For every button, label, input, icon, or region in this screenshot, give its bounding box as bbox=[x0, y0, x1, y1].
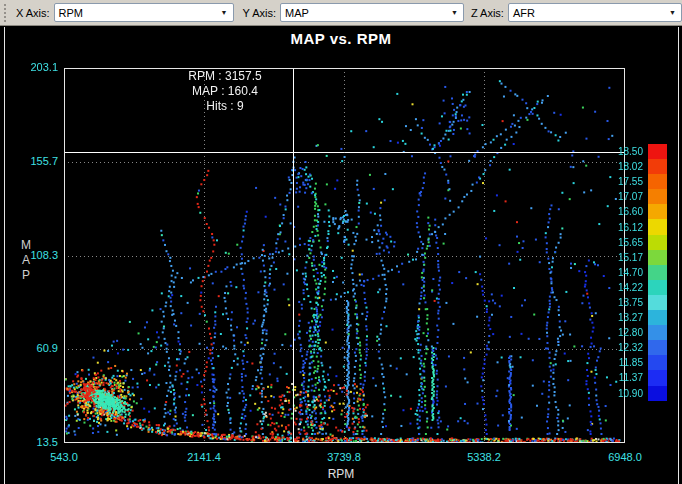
app-window: X Axis: RPM ▼ Y Axis: MAP ▼ Z Axis: AFR … bbox=[0, 0, 682, 484]
colorbar-swatch bbox=[648, 189, 667, 204]
colorbar-swatch bbox=[648, 265, 667, 280]
colorbar-label: 15.17 bbox=[601, 252, 648, 263]
y-tick-label: 60.9 bbox=[0, 342, 58, 354]
colorbar-swatch bbox=[648, 174, 667, 189]
colorbar-label: 10.90 bbox=[601, 388, 648, 399]
colorbar-row: 16.60 bbox=[601, 204, 667, 219]
colorbar-label: 17.07 bbox=[601, 191, 648, 202]
colorbar-swatch bbox=[648, 310, 667, 325]
colorbar-swatch bbox=[648, 325, 667, 340]
colorbar-swatch bbox=[648, 235, 667, 250]
x-axis-title: RPM bbox=[0, 467, 682, 481]
colorbar-swatch bbox=[648, 219, 667, 234]
y-axis-title: MAP bbox=[18, 238, 34, 283]
colorbar-label: 11.37 bbox=[601, 372, 648, 383]
colorbar-swatch bbox=[648, 340, 667, 355]
colorbar-swatch bbox=[648, 355, 667, 370]
x-tick-label: 543.0 bbox=[19, 451, 109, 463]
colorbar-label: 12.32 bbox=[601, 342, 648, 353]
colorbar-label: 17.55 bbox=[601, 176, 648, 187]
colorbar-label: 18.02 bbox=[601, 161, 648, 172]
colorbar-swatch bbox=[648, 386, 667, 401]
colorbar: 18.5018.0217.5517.0716.6016.1215.6515.17… bbox=[601, 144, 667, 401]
chevron-down-icon: ▼ bbox=[669, 9, 681, 16]
x-tick-label: 6948.0 bbox=[580, 451, 670, 463]
z-axis-value: AFR bbox=[509, 7, 535, 19]
colorbar-label: 16.12 bbox=[601, 222, 648, 233]
z-axis-label: Z Axis: bbox=[471, 7, 504, 19]
colorbar-row: 17.55 bbox=[601, 174, 667, 189]
x-axis-value: RPM bbox=[55, 7, 83, 19]
colorbar-swatch bbox=[648, 250, 667, 265]
colorbar-swatch bbox=[648, 204, 667, 219]
colorbar-label: 12.80 bbox=[601, 327, 648, 338]
x-axis-select[interactable]: RPM ▼ bbox=[54, 3, 234, 22]
chart-title: MAP vs. RPM bbox=[0, 30, 682, 47]
y-tick-label: 155.7 bbox=[0, 155, 58, 167]
panel-border-right bbox=[678, 27, 679, 484]
y-tick-label: 203.1 bbox=[0, 61, 58, 73]
colorbar-label: 14.70 bbox=[601, 267, 648, 278]
y-tick-label: 13.5 bbox=[0, 436, 58, 448]
z-axis-select[interactable]: AFR ▼ bbox=[508, 3, 682, 22]
colorbar-row: 12.80 bbox=[601, 325, 667, 340]
colorbar-row: 13.75 bbox=[601, 295, 667, 310]
colorbar-label: 13.75 bbox=[601, 297, 648, 308]
colorbar-swatch bbox=[648, 159, 667, 174]
x-axis-label: X Axis: bbox=[16, 7, 50, 19]
x-tick-label: 5338.2 bbox=[439, 451, 529, 463]
crosshair-info-hits: Hits : 9 bbox=[158, 99, 292, 114]
x-tick-label: 2141.4 bbox=[159, 451, 249, 463]
colorbar-row: 14.70 bbox=[601, 265, 667, 280]
colorbar-row: 12.32 bbox=[601, 340, 667, 355]
colorbar-swatch bbox=[648, 370, 667, 385]
colorbar-swatch bbox=[648, 295, 667, 310]
colorbar-label: 13.27 bbox=[601, 312, 648, 323]
colorbar-row: 16.12 bbox=[601, 219, 667, 234]
crosshair-info: RPM : 3157.5 MAP : 160.4 Hits : 9 bbox=[158, 69, 292, 114]
colorbar-label: 11.85 bbox=[601, 357, 648, 368]
colorbar-row: 15.17 bbox=[601, 250, 667, 265]
toolbar: X Axis: RPM ▼ Y Axis: MAP ▼ Z Axis: AFR … bbox=[0, 0, 682, 26]
colorbar-label: 14.22 bbox=[601, 282, 648, 293]
y-axis-label: Y Axis: bbox=[243, 7, 276, 19]
colorbar-label: 18.50 bbox=[601, 146, 648, 157]
colorbar-row: 13.27 bbox=[601, 310, 667, 325]
colorbar-label: 16.60 bbox=[601, 206, 648, 217]
colorbar-row: 18.50 bbox=[601, 144, 667, 159]
x-tick-label: 3739.8 bbox=[299, 451, 389, 463]
colorbar-row: 14.22 bbox=[601, 280, 667, 295]
colorbar-swatch bbox=[648, 280, 667, 295]
chevron-down-icon: ▼ bbox=[451, 9, 463, 16]
chart-panel: MAP vs. RPM RPM : 3157.5 MAP : 160.4 Hit… bbox=[0, 26, 682, 484]
colorbar-row: 18.02 bbox=[601, 159, 667, 174]
colorbar-row: 10.90 bbox=[601, 386, 667, 401]
scatter-plot-canvas[interactable] bbox=[64, 68, 625, 443]
colorbar-row: 15.65 bbox=[601, 235, 667, 250]
crosshair-info-map: MAP : 160.4 bbox=[158, 84, 292, 99]
y-axis-value: MAP bbox=[281, 7, 309, 19]
colorbar-row: 11.85 bbox=[601, 355, 667, 370]
y-tick-label: 108.3 bbox=[0, 249, 58, 261]
crosshair-info-rpm: RPM : 3157.5 bbox=[158, 69, 292, 84]
toolbar-drag-handle[interactable] bbox=[3, 4, 7, 22]
chevron-down-icon: ▼ bbox=[221, 9, 233, 16]
colorbar-row: 11.37 bbox=[601, 370, 667, 385]
colorbar-swatch bbox=[648, 144, 667, 159]
colorbar-label: 15.65 bbox=[601, 237, 648, 248]
y-axis-select[interactable]: MAP ▼ bbox=[280, 3, 464, 22]
colorbar-row: 17.07 bbox=[601, 189, 667, 204]
